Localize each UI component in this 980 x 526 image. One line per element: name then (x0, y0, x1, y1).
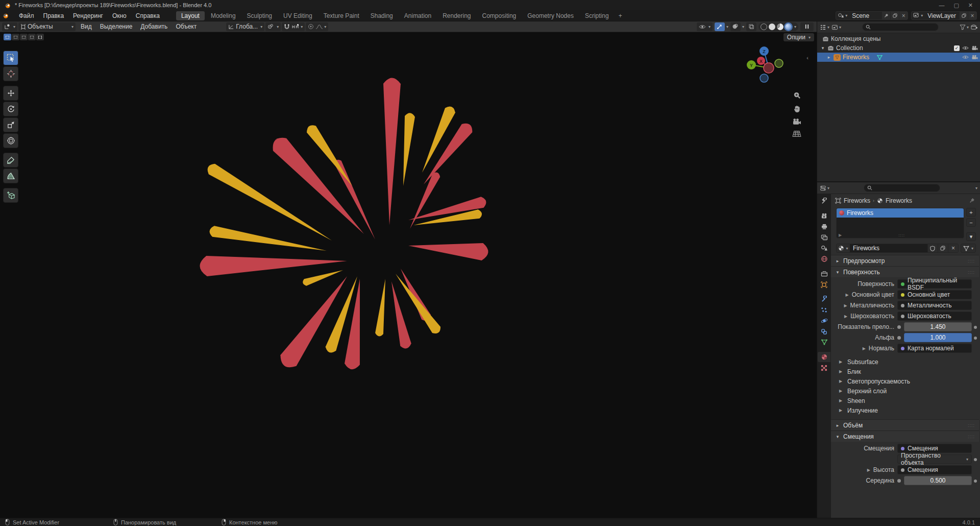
subpanel-sheen[interactable]: ▶Sheen (831, 396, 979, 405)
gizmo-minus-y[interactable] (775, 59, 783, 67)
scene-selector[interactable]: ▾ Scene × (836, 11, 908, 20)
menu-Рендеринг[interactable]: Рендеринг (68, 10, 108, 21)
firework-spike-yellow[interactable] (210, 226, 327, 251)
tool-cursor-button[interactable] (3, 66, 18, 81)
tool-move-button[interactable] (3, 86, 18, 101)
slot-list-resize-handle[interactable]: :::: (898, 233, 905, 237)
tab-uv-editing[interactable]: UV Editing (278, 11, 317, 20)
sidebar-collapse-icon[interactable]: ‹ (806, 55, 808, 61)
scene-icon[interactable]: ▾ (836, 13, 849, 18)
breadcrumb-object[interactable]: Fireworks (844, 197, 870, 204)
transform-orientation-dropdown[interactable]: Глоба... ▾ (226, 22, 264, 31)
viewlayer-icon[interactable]: ▾ (912, 13, 924, 18)
properties-tab-data[interactable] (818, 337, 830, 347)
select-mode-extend-button[interactable] (12, 34, 19, 40)
prop-value-field[interactable]: Карта нормалей (897, 344, 972, 353)
gizmo-minus-x[interactable] (764, 63, 774, 73)
subpanel-излучение[interactable]: ▶Излучение (831, 405, 979, 415)
remove-viewlayer-icon[interactable]: × (968, 12, 976, 19)
snap-settings-dropdown[interactable]: ▾ (291, 24, 303, 30)
unlink-scene-icon[interactable]: × (899, 12, 908, 19)
scene-name[interactable]: Scene (849, 12, 881, 19)
disclosure-icon[interactable]: ▸ (826, 55, 831, 60)
properties-tab-scene[interactable] (818, 243, 830, 253)
properties-tab-constraints[interactable] (818, 326, 830, 337)
outliner-display-mode-dropdown[interactable]: ▾ (831, 25, 841, 30)
overlays-dropdown[interactable]: ▾ (742, 25, 744, 29)
outliner-filter-dropdown[interactable]: ▾ (960, 25, 969, 30)
outliner-search-input[interactable] (862, 23, 939, 31)
properties-tab-view-layer[interactable] (818, 232, 830, 243)
firework-spike-yellow[interactable] (375, 279, 385, 336)
viewport-menu-Добавить[interactable]: Добавить (136, 23, 172, 30)
new-viewlayer-copy-icon[interactable] (959, 12, 968, 19)
hide-eye-icon[interactable] (962, 45, 969, 51)
keyframe-dot-icon[interactable] (974, 337, 977, 340)
gizmo-dropdown[interactable]: ▾ (726, 25, 728, 29)
material-specials-dropdown[interactable]: ▾ (966, 232, 976, 241)
tab-rendering[interactable]: Rendering (437, 11, 476, 20)
displacement-panel-header[interactable]: ▾ Смещения :::: (831, 431, 979, 442)
properties-tab-output[interactable] (818, 222, 830, 232)
outliner-row-collection[interactable]: ▾Collection✓ (817, 43, 980, 53)
firework-spike-red[interactable] (383, 78, 401, 225)
tab-texture-paint[interactable]: Texture Paint (318, 11, 364, 20)
show-gizmo-toggle[interactable] (715, 22, 725, 31)
close-button[interactable]: ✕ (968, 2, 973, 9)
properties-options-dropdown[interactable]: ▾ (975, 186, 977, 190)
firework-spike-yellow[interactable] (403, 113, 415, 186)
zoom-icon[interactable] (793, 91, 801, 100)
mode-selector[interactable]: Объекты ▾ (18, 22, 76, 31)
navigation-gizmo[interactable]: Z X Y (743, 44, 790, 87)
disable-render-camera-icon[interactable] (971, 45, 978, 51)
subpanel-subsurface[interactable]: ▶Subsurface (831, 357, 979, 367)
firework-spike-yellow[interactable] (303, 270, 343, 286)
shading-solid-button[interactable] (769, 23, 775, 30)
subpanel-блик[interactable]: ▶Блик (831, 367, 979, 376)
material-slot-item[interactable]: Fireworks (837, 208, 964, 218)
orthographic-grid-icon[interactable] (792, 130, 801, 137)
expand-arrow-icon[interactable]: ▶ (843, 314, 847, 319)
prop-value-slider[interactable]: 1.450 (904, 322, 972, 331)
tool-scale-button[interactable] (3, 117, 18, 132)
pivot-point-dropdown[interactable]: ▾ (265, 22, 281, 31)
properties-tab-physics[interactable] (818, 316, 830, 326)
hide-eye-icon[interactable] (962, 55, 969, 60)
shading-wireframe-button[interactable] (761, 23, 767, 30)
mode-label[interactable]: Объекты (28, 23, 53, 30)
viewport-menu-Объект[interactable]: Объект (172, 23, 201, 30)
properties-tab-render[interactable] (818, 211, 830, 221)
expand-arrow-icon[interactable]: ▶ (845, 293, 849, 297)
surface-panel-header[interactable]: ▾ Поверхность :::: (831, 267, 979, 277)
new-collection-button[interactable] (971, 24, 977, 30)
prop-value-field[interactable]: Смещения (897, 465, 972, 474)
orientation-label[interactable]: Глоба... (236, 23, 258, 30)
fireworks-object[interactable] (0, 32, 817, 518)
expand-arrow-icon[interactable]: ▶ (866, 468, 870, 472)
viewlayer-name[interactable]: ViewLayer (924, 12, 959, 19)
tab-geometry-nodes[interactable]: Geometry Nodes (522, 11, 579, 20)
subpanel-светопропускаемость[interactable]: ▶Светопропускаемость (831, 376, 979, 386)
disclosure-icon[interactable]: ▾ (820, 45, 825, 51)
properties-tab-modifiers[interactable] (818, 294, 830, 304)
preview-panel-header[interactable]: ▸ Предпросмотр :::: (831, 255, 979, 266)
tool-select-box-button[interactable] (3, 51, 18, 65)
tab-shading[interactable]: Shading (365, 11, 398, 20)
menu-Справка[interactable]: Справка (131, 10, 164, 21)
add-material-slot-button[interactable]: + (966, 208, 976, 217)
collection-checkbox[interactable]: ✓ (954, 45, 960, 51)
properties-tab-particles[interactable] (818, 305, 830, 315)
keyframe-dot-icon[interactable] (974, 326, 977, 329)
material-nodes-dropdown[interactable]: ▾ (961, 244, 976, 253)
tool-annotate-button[interactable] (3, 153, 18, 168)
properties-tab-collection[interactable] (818, 269, 830, 279)
keyframe-dot-icon[interactable] (974, 458, 977, 461)
subpanel-верхний слой[interactable]: ▶Верхний слой (831, 386, 979, 396)
properties-editor-type-dropdown[interactable]: ▾ (820, 185, 829, 191)
tool-transform-button[interactable] (3, 133, 18, 148)
viewlayer-selector[interactable]: ▾ ViewLayer × (911, 11, 977, 20)
menu-Правка[interactable]: Правка (39, 10, 69, 21)
outliner-row-коллекция-сцены[interactable]: Коллекция сцены (817, 34, 980, 43)
outliner-editor-type-dropdown[interactable]: ▾ (820, 25, 829, 30)
viewport-menu-Вид[interactable]: Вид (77, 23, 96, 30)
